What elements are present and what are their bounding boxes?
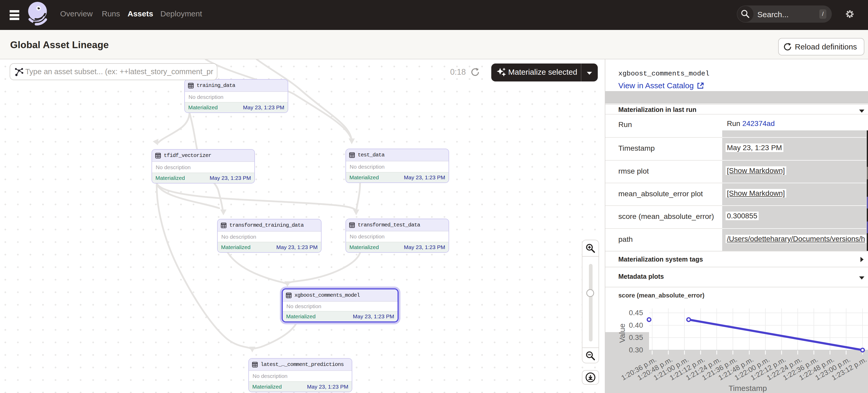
svg-text:Value: Value — [618, 324, 626, 343]
svg-text:0.30: 0.30 — [629, 346, 643, 354]
svg-text:0.35: 0.35 — [629, 333, 643, 341]
svg-text:0.40: 0.40 — [629, 321, 643, 329]
svg-text:0.45: 0.45 — [629, 309, 643, 317]
